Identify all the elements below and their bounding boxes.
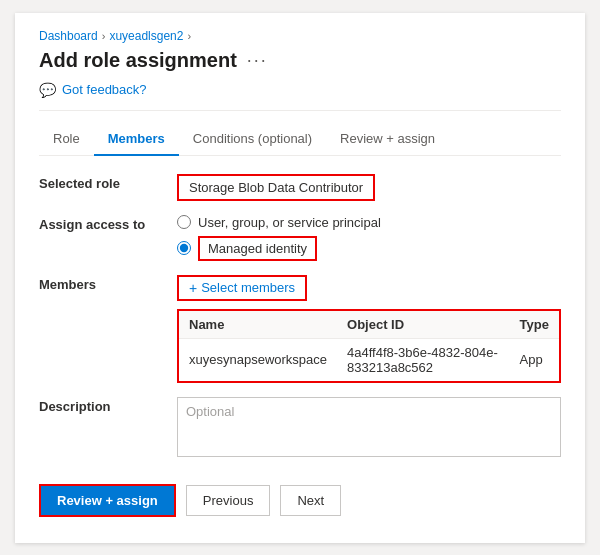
breadcrumb-resource[interactable]: xuyeadlsgen2 [109, 29, 183, 43]
col-type: Type [510, 311, 559, 339]
assign-access-options: User, group, or service principal Manage… [177, 215, 561, 261]
form-section: Selected role Storage Blob Data Contribu… [39, 174, 561, 460]
breadcrumb: Dashboard › xuyeadlsgen2 › [39, 29, 561, 43]
page-title-row: Add role assignment ··· [39, 49, 561, 72]
tabs-bar: Role Members Conditions (optional) Revie… [39, 123, 561, 156]
selected-role-box: Storage Blob Data Contributor [177, 174, 375, 201]
review-assign-button[interactable]: Review + assign [39, 484, 176, 517]
col-name: Name [179, 311, 337, 339]
main-panel: Dashboard › xuyeadlsgen2 › Add role assi… [15, 13, 585, 543]
members-table: Name Object ID Type xuyesynapseworkspace… [179, 311, 559, 381]
cell-object-id: 4a4ff4f8-3b6e-4832-804e-833213a8c562 [337, 338, 510, 381]
breadcrumb-dashboard[interactable]: Dashboard [39, 29, 98, 43]
feedback-icon: 💬 [39, 82, 56, 98]
members-row: Members + Select members Name Object ID … [39, 275, 561, 383]
cell-name: xuyesynapseworkspace [179, 338, 337, 381]
breadcrumb-sep-1: › [102, 30, 106, 42]
more-options-icon[interactable]: ··· [247, 50, 268, 71]
description-label: Description [39, 397, 169, 414]
divider [39, 110, 561, 111]
table-header-row: Name Object ID Type [179, 311, 559, 339]
tab-review[interactable]: Review + assign [326, 123, 449, 156]
table-row: xuyesynapseworkspace 4a4ff4f8-3b6e-4832-… [179, 338, 559, 381]
next-button[interactable]: Next [280, 485, 341, 516]
col-object-id: Object ID [337, 311, 510, 339]
select-members-button[interactable]: + Select members [177, 275, 307, 301]
description-row: Description [39, 397, 561, 460]
feedback-row[interactable]: 💬 Got feedback? [39, 82, 561, 98]
selected-role-label: Selected role [39, 174, 169, 191]
select-members-label: Select members [201, 280, 295, 295]
previous-button[interactable]: Previous [186, 485, 271, 516]
breadcrumb-sep-2: › [187, 30, 191, 42]
footer-buttons: Review + assign Previous Next [39, 484, 561, 517]
page-title: Add role assignment [39, 49, 237, 72]
radio-managed-identity-input[interactable] [177, 241, 191, 255]
feedback-label: Got feedback? [62, 82, 147, 97]
members-table-wrapper: Name Object ID Type xuyesynapseworkspace… [177, 309, 561, 383]
assign-access-row: Assign access to User, group, or service… [39, 215, 561, 261]
description-value [177, 397, 561, 460]
radio-managed-identity[interactable]: Managed identity [177, 236, 561, 261]
assign-access-label: Assign access to [39, 215, 169, 232]
members-content: + Select members Name Object ID Type [177, 275, 561, 383]
radio-user-group[interactable]: User, group, or service principal [177, 215, 561, 230]
description-textarea[interactable] [177, 397, 561, 457]
selected-role-value: Storage Blob Data Contributor [177, 174, 561, 201]
managed-identity-label: Managed identity [208, 241, 307, 256]
tab-role[interactable]: Role [39, 123, 94, 156]
tab-conditions[interactable]: Conditions (optional) [179, 123, 326, 156]
cell-type: App [510, 338, 559, 381]
selected-role-row: Selected role Storage Blob Data Contribu… [39, 174, 561, 201]
tab-members[interactable]: Members [94, 123, 179, 156]
radio-user-group-input[interactable] [177, 215, 191, 229]
radio-user-group-label: User, group, or service principal [198, 215, 381, 230]
plus-icon: + [189, 280, 197, 296]
managed-identity-box: Managed identity [198, 236, 317, 261]
members-label: Members [39, 275, 169, 292]
